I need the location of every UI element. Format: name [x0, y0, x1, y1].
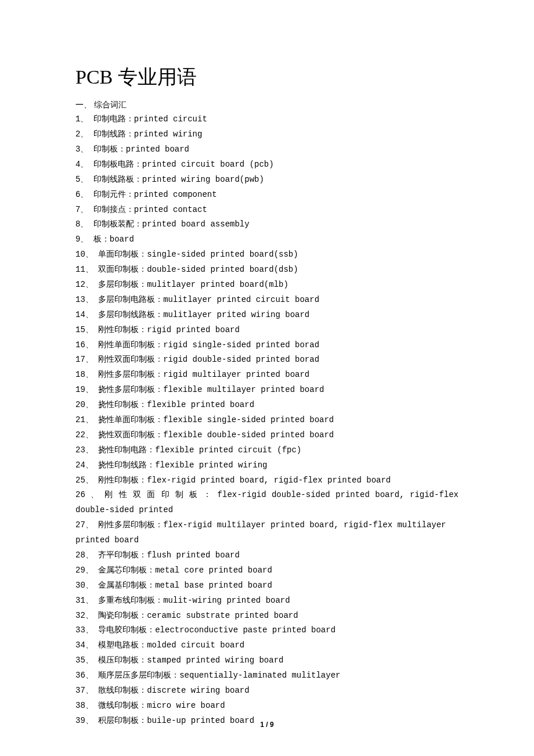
list-item: 33、 导电胶印制板：electroconductive paste print…: [75, 623, 459, 638]
item-text: 36、 顺序层压多层印制板：sequentially-laminated mul…: [75, 671, 340, 680]
item-text: 26 、 刚 性 双 面 印 制 板 ： flex-rigid double-s…: [75, 490, 459, 514]
list-item: 31、 多重布线印制板：mulit-wiring printed board: [75, 593, 459, 609]
item-text: 12、 多层印制板：mulitlayer printed board(mlb): [75, 280, 288, 289]
list-item: 32、 陶瓷印制板：ceramic substrate printed boar…: [75, 609, 459, 624]
list-item: 24、 挠性印制线路：flexible printed wiring: [75, 458, 459, 473]
item-text: 17、 刚性双面印制板：rigid double-sided printed b…: [75, 355, 319, 364]
item-text: 15、 刚性印制板：rigid printed board: [75, 325, 240, 334]
list-item: 19、 挠性多层印制板：flexible multilayer printed …: [75, 383, 459, 398]
item-text: 11、 双面印制板：double-sided printed board(dsb…: [75, 265, 298, 274]
list-item: 23、 挠性印制电路：flexible printed circuit (fpc…: [75, 443, 459, 458]
glossary-list: 1、 印制电路：printed circuit 2、 印制线路：printed …: [75, 112, 459, 729]
item-text: 29、 金属芯印制板：metal core printed board: [75, 566, 272, 575]
list-item: 22、 挠性双面印制板：flexible double-sided printe…: [75, 428, 459, 443]
list-item: 25、 刚性印制板：flex-rigid printed board, rigi…: [75, 473, 459, 488]
list-item: 6、 印制元件：printed component: [75, 188, 459, 203]
item-text: 32、 陶瓷印制板：ceramic substrate printed boar…: [75, 611, 298, 620]
list-item: 21、 挠性单面印制板：flexible single-sided printe…: [75, 413, 459, 428]
item-text: 6、 印制元件：printed component: [75, 190, 217, 199]
page-title: PCB 专业用语: [75, 64, 459, 91]
item-text: 16、 刚性单面印制板：rigid single-sided printed b…: [75, 340, 319, 350]
list-item: 13、 多层印制电路板：mulitlayer printed circuit b…: [75, 293, 459, 308]
page-number: 1 / 9: [0, 721, 534, 729]
list-item: 8、 印制板装配：printed board assembly: [75, 217, 459, 232]
list-item: 38、 微线印制板：micro wire board: [75, 699, 459, 714]
item-text: 4、 印制板电路：printed circuit board (pcb): [75, 160, 274, 169]
list-item: 3、 印制板：printed board: [75, 142, 459, 157]
list-item: 2、 印制线路：printed wiring: [75, 127, 459, 142]
item-text: 9、 板：board: [75, 235, 134, 244]
item-text: 23、 挠性印制电路：flexible printed circuit (fpc…: [75, 445, 301, 455]
list-item: 20、 挠性印制板：flexible printed board: [75, 398, 459, 413]
item-text: 13、 多层印制电路板：mulitlayer printed circuit b…: [75, 295, 319, 304]
item-text: 1、 印制电路：printed circuit: [75, 114, 207, 124]
list-item: 14、 多层印制线路板：mulitlayer prited wiring boa…: [75, 308, 459, 323]
item-text: 2、 印制线路：printed wiring: [75, 129, 202, 139]
item-text: 18、 刚性多层印制板：rigid multilayer printed boa…: [75, 370, 309, 379]
item-text: 33、 导电胶印制板：electroconductive paste print…: [75, 625, 335, 635]
section-header: 一、 综合词汇: [75, 98, 459, 112]
item-text: 14、 多层印制线路板：mulitlayer prited wiring boa…: [75, 310, 309, 319]
item-text: 5、 印制线路板：printed wiring board(pwb): [75, 175, 264, 184]
list-item: 11、 双面印制板：double-sided printed board(dsb…: [75, 262, 459, 278]
list-item: 17、 刚性双面印制板：rigid double-sided printed b…: [75, 352, 459, 368]
list-item: 37、 散线印制板：discrete wiring board: [75, 683, 459, 699]
item-text: 34、 模塑电路板：molded circuit board: [75, 640, 244, 650]
list-item: 34、 模塑电路板：molded circuit board: [75, 638, 459, 653]
item-text: 7、 印制接点：printed contact: [75, 205, 207, 214]
list-item: 30、 金属基印制板：metal base printed board: [75, 578, 459, 593]
item-text: 28、 齐平印制板：flush printed board: [75, 550, 240, 560]
list-item: 29、 金属芯印制板：metal core printed board: [75, 563, 459, 578]
list-item: 5、 印制线路板：printed wiring board(pwb): [75, 172, 459, 188]
item-text: 38、 微线印制板：micro wire board: [75, 701, 225, 710]
item-text: 21、 挠性单面印制板：flexible single-sided printe…: [75, 415, 334, 424]
list-item: 18、 刚性多层印制板：rigid multilayer printed boa…: [75, 368, 459, 383]
item-text: 8、 印制板装配：printed board assembly: [75, 219, 250, 229]
item-text: 19、 挠性多层印制板：flexible multilayer printed …: [75, 385, 324, 394]
list-item: 1、 印制电路：printed circuit: [75, 112, 459, 127]
list-item: 28、 齐平印制板：flush printed board: [75, 548, 459, 563]
item-text: 27、 刚性多层印制板：flex-rigid multilayer printe…: [75, 520, 446, 545]
item-text: 24、 挠性印制线路：flexible printed wiring: [75, 460, 267, 470]
item-text: 37、 散线印制板：discrete wiring board: [75, 686, 250, 695]
list-item: 12、 多层印制板：mulitlayer printed board(mlb): [75, 278, 459, 293]
item-text: 35、 模压印制板：stamped printed wiring board: [75, 656, 283, 665]
list-item: 15、 刚性印制板：rigid printed board: [75, 323, 459, 338]
list-item: 16、 刚性单面印制板：rigid single-sided printed b…: [75, 338, 459, 353]
item-text: 10、 单面印制板：single-sided printed board(ssb…: [75, 250, 298, 259]
list-item: 7、 印制接点：printed contact: [75, 203, 459, 218]
list-item: 35、 模压印制板：stamped printed wiring board: [75, 653, 459, 668]
item-text: 22、 挠性双面印制板：flexible double-sided printe…: [75, 430, 334, 440]
list-item: 9、 板：board: [75, 232, 459, 247]
item-text: 25、 刚性印制板：flex-rigid printed board, rigi…: [75, 476, 391, 485]
list-item: 36、 顺序层压多层印制板：sequentially-laminated mul…: [75, 668, 459, 683]
list-item: 4、 印制板电路：printed circuit board (pcb): [75, 157, 459, 172]
list-item: 26 、 刚 性 双 面 印 制 板 ： flex-rigid double-s…: [75, 488, 459, 518]
item-text: 20、 挠性印制板：flexible printed board: [75, 400, 254, 409]
item-text: 3、 印制板：printed board: [75, 145, 189, 154]
list-item: 27、 刚性多层印制板：flex-rigid multilayer printe…: [75, 518, 459, 548]
list-item: 10、 单面印制板：single-sided printed board(ssb…: [75, 247, 459, 262]
item-text: 30、 金属基印制板：metal base printed board: [75, 581, 272, 590]
item-text: 31、 多重布线印制板：mulit-wiring printed board: [75, 596, 290, 605]
